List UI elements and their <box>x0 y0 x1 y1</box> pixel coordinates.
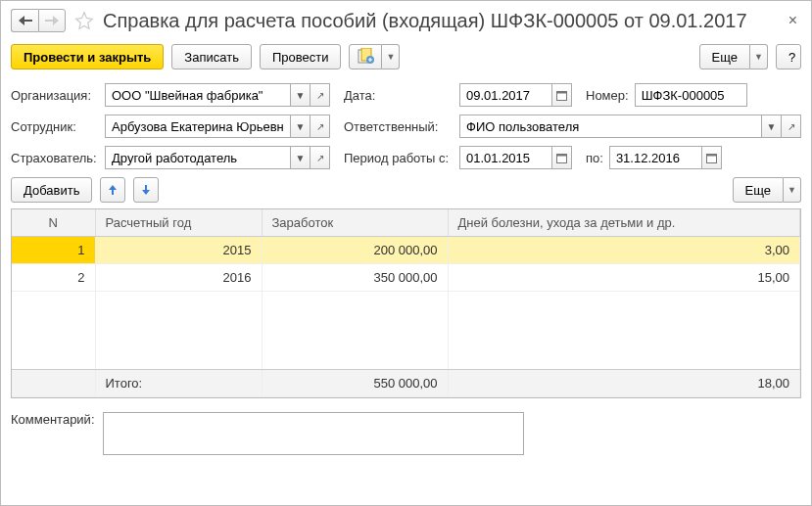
insurer-input[interactable] <box>105 146 291 169</box>
period-from-picker[interactable] <box>552 146 572 169</box>
insurer-label: Страхователь: <box>11 151 99 165</box>
help-button[interactable]: ? <box>776 44 801 69</box>
responsible-label: Ответственный: <box>344 119 454 134</box>
comment-label: Комментарий: <box>11 412 95 427</box>
window-title: Справка для расчета пособий (входящая) Ш… <box>103 10 777 32</box>
org-label: Организация: <box>11 88 99 103</box>
org-dropdown[interactable]: ▼ <box>291 83 310 107</box>
date-picker[interactable] <box>552 83 572 107</box>
col-year: Расчетный год <box>95 209 262 237</box>
org-open[interactable]: ↗ <box>310 83 330 107</box>
period-to-label: по: <box>586 151 603 165</box>
svg-rect-8 <box>706 154 716 156</box>
table-more-button[interactable]: Еще <box>733 177 784 203</box>
create-based-on-dropdown[interactable]: ▼ <box>382 44 400 69</box>
favorite-star-icon[interactable] <box>73 10 95 31</box>
table-total-row: Итого: 550 000,00 18,00 <box>12 370 800 397</box>
responsible-open[interactable]: ↗ <box>782 115 801 138</box>
svg-rect-4 <box>557 91 567 93</box>
col-earn: Заработок <box>262 209 448 237</box>
table-more-dropdown[interactable]: ▼ <box>784 177 801 203</box>
post-button[interactable]: Провести <box>260 44 342 69</box>
table-row[interactable]: 2 2016 350 000,00 15,00 <box>12 264 800 292</box>
post-and-close-button[interactable]: Провести и закрыть <box>11 44 164 69</box>
employee-open[interactable]: ↗ <box>310 115 330 138</box>
nav-back-button[interactable] <box>11 9 38 32</box>
responsible-input[interactable] <box>459 115 762 138</box>
add-row-button[interactable]: Добавить <box>11 177 92 203</box>
period-from-label: Период работы с: <box>344 151 454 165</box>
create-based-on-button[interactable] <box>349 44 382 69</box>
nav-forward-button[interactable] <box>38 9 66 32</box>
svg-rect-6 <box>557 154 567 156</box>
number-label: Номер: <box>586 88 629 103</box>
table-empty-area <box>12 292 800 370</box>
more-dropdown[interactable]: ▼ <box>750 44 768 69</box>
org-input[interactable] <box>105 83 291 107</box>
table-row[interactable]: 1 2015 200 000,00 3,00 <box>12 237 800 264</box>
more-button[interactable]: Еще <box>699 44 750 69</box>
col-days: Дней болезни, ухода за детьми и др. <box>448 209 800 237</box>
period-to-picker[interactable] <box>702 146 722 169</box>
move-up-button[interactable] <box>100 177 125 203</box>
move-down-button[interactable] <box>133 177 159 203</box>
save-button[interactable]: Записать <box>171 44 252 69</box>
number-input[interactable] <box>635 83 747 107</box>
col-n: N <box>12 209 95 237</box>
period-from-input[interactable] <box>459 146 552 169</box>
employee-dropdown[interactable]: ▼ <box>291 115 310 138</box>
employee-label: Сотрудник: <box>11 119 99 134</box>
comment-input[interactable] <box>103 412 524 455</box>
employee-input[interactable] <box>105 115 291 138</box>
insurer-dropdown[interactable]: ▼ <box>291 146 310 169</box>
responsible-dropdown[interactable]: ▼ <box>762 115 782 138</box>
date-label: Дата: <box>344 88 454 103</box>
insurer-open[interactable]: ↗ <box>310 146 330 169</box>
date-input[interactable] <box>459 83 552 107</box>
period-to-input[interactable] <box>609 146 702 169</box>
close-button[interactable]: × <box>785 12 801 29</box>
data-table[interactable]: N Расчетный год Заработок Дней болезни, … <box>11 208 801 398</box>
